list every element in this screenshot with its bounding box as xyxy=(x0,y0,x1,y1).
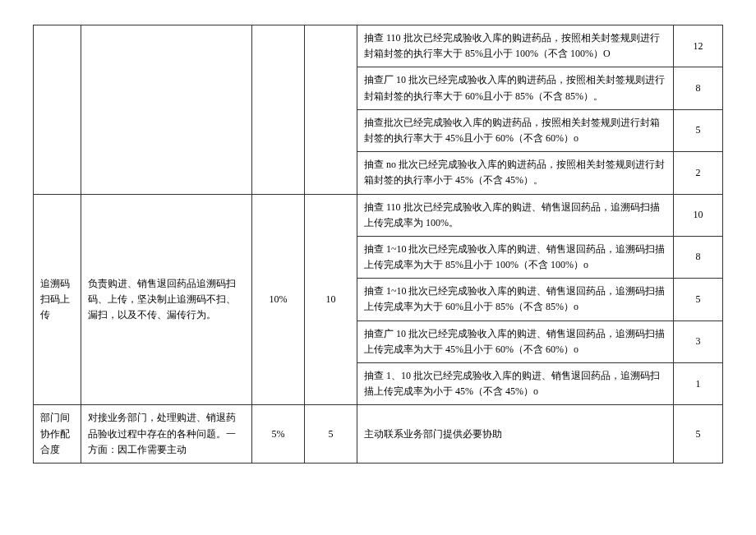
cell-name: 追溯码扫码上传 xyxy=(34,194,81,405)
cell-criteria: 抽查广 10 批次已经完成验收入库的购进、销售退回药品，追溯码扫描上传完成率为大… xyxy=(357,321,674,362)
cell-value: 10 xyxy=(674,194,723,236)
cell-value: 12 xyxy=(674,25,723,67)
cell-criteria: 抽查 110 批次已经完成验收入库的购进药品，按照相关封签规则进行封箱封签的执行… xyxy=(357,25,674,67)
cell-criteria: 抽查厂 10 批次已经完成验收入库的购进药品，按照相关封签规则进行封箱封签的执行… xyxy=(357,67,674,109)
table-row: 抽查 110 批次已经完成验收入库的购进药品，按照相关封签规则进行封箱封签的执行… xyxy=(34,25,723,67)
cell-value: 3 xyxy=(674,321,723,362)
table-row: 部门间协作配合度 对接业务部门，处理购进、销退药品验收过程中存在的各种问题。一方… xyxy=(34,405,723,464)
cell-value: 8 xyxy=(674,236,723,278)
cell-score: 10 xyxy=(305,194,357,405)
cell-pct: 10% xyxy=(252,194,305,405)
cell-desc: 负责购进、销售退回药品追溯码扫码、上传，坚决制止追溯码不扫、漏扫，以及不传、漏传… xyxy=(81,194,252,405)
cell-value: 1 xyxy=(674,363,723,405)
cell-criteria: 主动联系业务部门提供必要协助 xyxy=(357,405,674,464)
cell-name: 部门间协作配合度 xyxy=(34,405,81,464)
cell-name xyxy=(34,25,81,195)
cell-criteria: 抽查 no 批次已经完成验收入库的购进药品，按照相关封签规则进行封箱封签的执行率… xyxy=(357,152,674,194)
cell-value: 8 xyxy=(674,67,723,109)
cell-pct: 5% xyxy=(252,405,305,464)
cell-criteria: 抽查批次已经完成验收入库的购进药品，按照相关封签规则进行封箱封签的执行率大于 4… xyxy=(357,109,674,151)
table-row: 追溯码扫码上传 负责购进、销售退回药品追溯码扫码、上传，坚决制止追溯码不扫、漏扫… xyxy=(34,194,723,236)
cell-criteria: 抽查 1~10 批次已经完成验收入库的购进、销售退回药品，追溯码扫描上传完成率为… xyxy=(357,236,674,278)
cell-score: 5 xyxy=(305,405,357,464)
cell-criteria: 抽查 110 批次已经完成验收入库的购进、销售退回药品，追溯码扫描上传完成率为 … xyxy=(357,194,674,236)
cell-desc xyxy=(81,25,252,195)
cell-score xyxy=(305,25,357,195)
cell-value: 5 xyxy=(674,109,723,151)
cell-value: 2 xyxy=(674,152,723,194)
cell-desc: 对接业务部门，处理购进、销退药品验收过程中存在的各种问题。一方面：因工作需要主动 xyxy=(81,405,252,464)
cell-criteria: 抽查 1~10 批次已经完成验收入库的购进、销售退回药品，追溯码扫描上传完成率为… xyxy=(357,279,674,321)
cell-value: 5 xyxy=(674,279,723,321)
cell-pct xyxy=(252,25,305,195)
assessment-table: 抽查 110 批次已经完成验收入库的购进药品，按照相关封签规则进行封箱封签的执行… xyxy=(33,25,723,464)
cell-criteria: 抽查 1、10 批次已经完成验收入库的购进、销售退回药品，追溯码扫描上传完成率为… xyxy=(357,363,674,405)
cell-value: 5 xyxy=(674,405,723,464)
